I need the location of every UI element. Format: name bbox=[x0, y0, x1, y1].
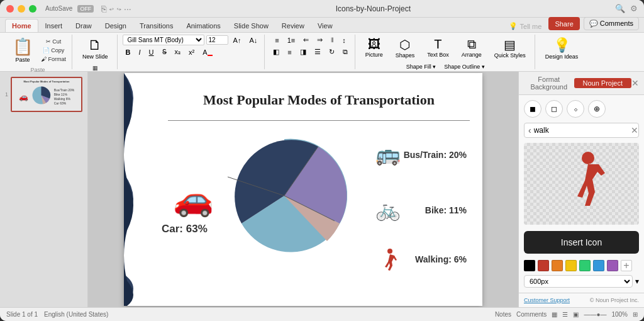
line-spacing-btn[interactable]: ↕ bbox=[339, 35, 349, 45]
color-green[interactable] bbox=[579, 260, 591, 271]
settings-icon[interactable]: ⚙ bbox=[630, 4, 638, 13]
decrease-font-btn[interactable]: A↓ bbox=[246, 35, 260, 45]
fit-slide-btn[interactable]: ⊞ bbox=[633, 311, 638, 318]
size-chevron-icon[interactable]: ▾ bbox=[635, 277, 639, 286]
zoom-slider[interactable]: ——●— bbox=[584, 311, 606, 318]
tab-insert[interactable]: Insert bbox=[39, 20, 69, 32]
align-right-btn[interactable]: ◨ bbox=[297, 47, 309, 57]
quick-styles-button[interactable]: ▤ Quick Styles bbox=[489, 35, 531, 61]
increase-indent-btn[interactable]: ⇒ bbox=[314, 35, 326, 45]
noun-project-tab[interactable]: Noun Project bbox=[574, 78, 632, 88]
decrease-indent-btn[interactable]: ⇐ bbox=[300, 35, 312, 45]
tool-btn-4[interactable]: ⊕ bbox=[588, 100, 606, 118]
paste-button[interactable]: 📋 Paste bbox=[8, 35, 38, 65]
font-color-btn[interactable]: A bbox=[199, 47, 215, 57]
tell-me-label: Tell me bbox=[520, 23, 542, 30]
tool-btn-1[interactable]: ◼ bbox=[524, 100, 541, 118]
tab-review[interactable]: Review bbox=[275, 20, 311, 32]
design-ideas-button[interactable]: 💡 Design Ideas bbox=[540, 35, 584, 62]
color-purple[interactable] bbox=[607, 260, 618, 271]
walk-icon bbox=[380, 248, 399, 274]
increase-font-btn[interactable]: A↑ bbox=[230, 35, 245, 45]
format-button[interactable]: 🖌 Format bbox=[39, 55, 68, 63]
share-button[interactable]: Share bbox=[548, 17, 579, 30]
tool-btn-3[interactable]: ⬦ bbox=[567, 100, 584, 118]
cut-button[interactable]: ✂ Cut bbox=[39, 38, 68, 45]
tab-animations[interactable]: Animations bbox=[180, 20, 226, 32]
superscript-btn[interactable]: x² bbox=[186, 47, 197, 57]
tab-transitions[interactable]: Transitions bbox=[133, 20, 179, 32]
paragraph-row-2: ◧ ≡ ◨ ☰ ↻ ⧉ bbox=[270, 47, 350, 57]
customer-support-link[interactable]: Customer Support bbox=[524, 297, 570, 303]
status-right: Notes Comments ▦ ☰ ▣ ——●— 100% ⊞ bbox=[495, 311, 638, 318]
text-direction-btn[interactable]: ↻ bbox=[326, 47, 338, 57]
search-icon[interactable]: 🔍 bbox=[615, 4, 625, 13]
svg-point-5 bbox=[582, 152, 594, 164]
shape-outline-btn[interactable]: Shape Outline ▾ bbox=[441, 62, 488, 71]
align-left-btn[interactable]: ◧ bbox=[270, 47, 282, 57]
view-slide-btn[interactable]: ▣ bbox=[573, 311, 579, 318]
font-name-select[interactable]: Gill Sans MT (Body) bbox=[123, 35, 204, 45]
search-clear-button[interactable]: ✕ bbox=[631, 125, 638, 135]
columns-btn[interactable]: ⫴ bbox=[328, 35, 337, 45]
tab-view[interactable]: View bbox=[311, 20, 339, 32]
tab-design[interactable]: Design bbox=[99, 20, 133, 32]
bullets-btn[interactable]: ≡ bbox=[272, 35, 282, 45]
copy-button[interactable]: 📄 Copy bbox=[39, 47, 68, 54]
minimize-button[interactable] bbox=[18, 5, 25, 13]
comments-status-button[interactable]: Comments bbox=[516, 311, 547, 318]
tool-btn-2[interactable]: ◻ bbox=[545, 100, 563, 118]
right-panel: Format Background Noun Project ✕ ◼ ◻ ⬦ ⊕… bbox=[518, 72, 644, 307]
font-size-input[interactable] bbox=[206, 35, 228, 45]
italic-btn[interactable]: I bbox=[136, 47, 144, 57]
format-background-tab[interactable]: Format Background bbox=[524, 76, 574, 91]
shapes-button[interactable]: ⬡ Shapes bbox=[391, 35, 420, 61]
ribbon-tabs: Home Insert Draw Design Transitions Anim… bbox=[0, 18, 644, 33]
slide-thumbnail[interactable]: Most Popular Modes of Transportation 🚗 bbox=[11, 77, 82, 112]
pie-chart bbox=[221, 133, 347, 261]
panel-close-button[interactable]: ✕ bbox=[631, 78, 639, 88]
main-area: 1 Most Popular Modes of Transportation 🚗 bbox=[0, 72, 644, 307]
autosave-state[interactable]: OFF bbox=[77, 5, 94, 13]
align-center-btn[interactable]: ≡ bbox=[284, 47, 294, 57]
color-black[interactable] bbox=[524, 260, 535, 271]
autosave-label: AutoSave bbox=[45, 5, 72, 12]
panel-toolbar: ◼ ◻ ⬦ ⊕ bbox=[524, 100, 639, 118]
thumb-title: Most Popular Modes of Transportation bbox=[14, 80, 79, 83]
color-add-button[interactable]: + bbox=[621, 260, 632, 271]
new-slide-button[interactable]: 🗋 New Slide bbox=[77, 35, 113, 62]
view-outline-btn[interactable]: ☰ bbox=[562, 311, 568, 318]
arrange-button[interactable]: ⧉ Arrange bbox=[457, 35, 487, 61]
numbering-btn[interactable]: 1≡ bbox=[284, 35, 299, 45]
subscript-btn[interactable]: x₂ bbox=[172, 47, 184, 57]
picture-button[interactable]: 🖼 Picture bbox=[360, 35, 388, 61]
notes-button[interactable]: Notes bbox=[495, 311, 511, 318]
close-button[interactable] bbox=[6, 5, 14, 13]
size-select[interactable]: 600px bbox=[524, 275, 633, 288]
color-orange[interactable] bbox=[552, 260, 563, 271]
insert-icon-button[interactable]: Insert Icon bbox=[524, 231, 639, 254]
color-blue[interactable] bbox=[593, 260, 604, 271]
maximize-button[interactable] bbox=[29, 5, 36, 13]
underline-btn[interactable]: U bbox=[146, 47, 157, 57]
tab-draw[interactable]: Draw bbox=[69, 20, 98, 32]
shape-options: Shape Fill ▾ Shape Outline ▾ bbox=[403, 62, 488, 71]
tab-home[interactable]: Home bbox=[5, 19, 38, 32]
view-normal-btn[interactable]: ▦ bbox=[552, 311, 557, 318]
justify-btn[interactable]: ☰ bbox=[311, 47, 324, 57]
color-yellow[interactable] bbox=[565, 260, 577, 271]
shape-fill-btn[interactable]: Shape Fill ▾ bbox=[403, 62, 440, 71]
comments-button[interactable]: 💬 Comments bbox=[584, 17, 639, 30]
thumb-body: 🚗 Bus/Train 20% bbox=[14, 84, 79, 109]
slide-canvas[interactable]: Most Popular Modes of Transportation bbox=[124, 73, 482, 306]
textbox-button[interactable]: T Text Box bbox=[422, 35, 454, 61]
color-red[interactable] bbox=[538, 260, 549, 271]
panel-header: Format Background Noun Project ✕ bbox=[519, 72, 644, 95]
bold-btn[interactable]: B bbox=[123, 47, 134, 57]
search-back-button[interactable]: ‹ bbox=[528, 125, 531, 135]
convert-smartart-btn[interactable]: ⧉ bbox=[340, 47, 351, 57]
strikethrough-btn[interactable]: S̶ bbox=[159, 47, 170, 57]
tab-slideshow[interactable]: Slide Show bbox=[228, 20, 275, 32]
search-input[interactable] bbox=[534, 126, 628, 135]
tell-me-box[interactable]: 💡 Tell me bbox=[509, 22, 542, 30]
